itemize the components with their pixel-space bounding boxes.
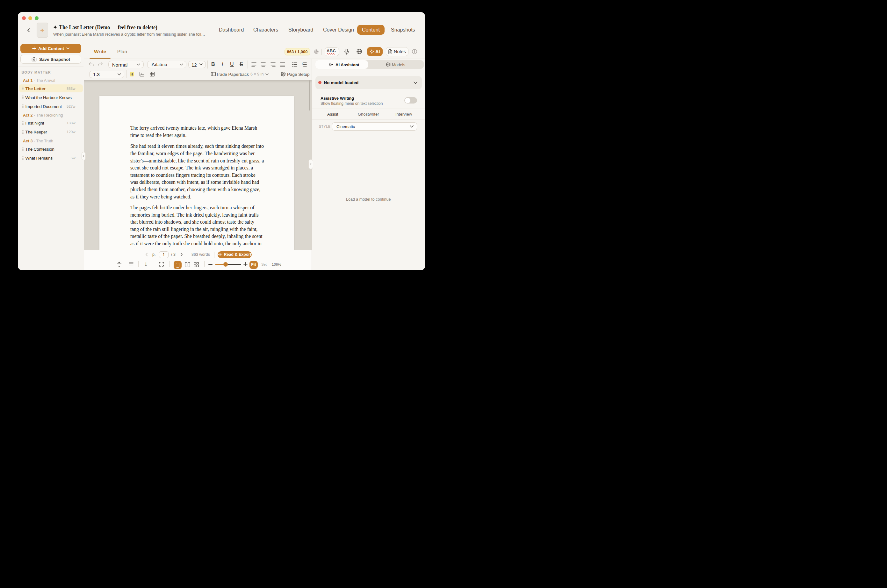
svg-text:2: 2	[302, 64, 303, 66]
